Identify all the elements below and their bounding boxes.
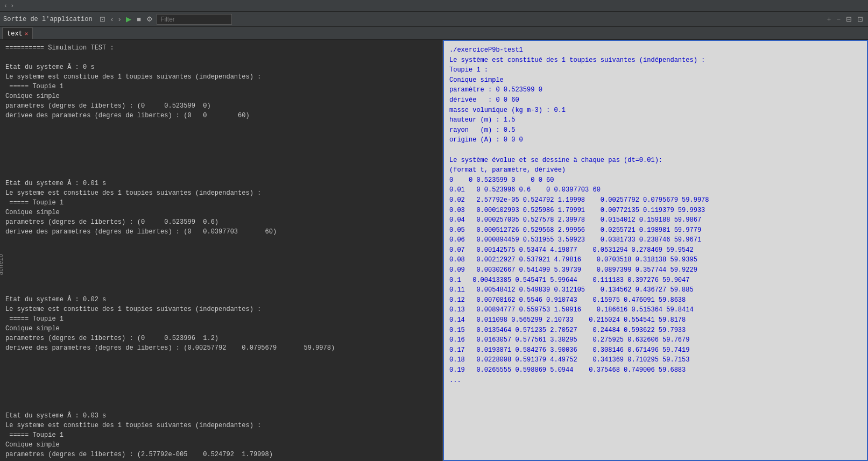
tab-bar: text ✕ [0,27,868,40]
toolbar-icon-grid[interactable]: ⊡ [98,15,107,24]
main-content: achelo ========== Simulation TEST : Etat… [0,40,868,461]
top-nav-bar: ‹ › [0,0,868,12]
toolbar-remove-btn[interactable]: − [835,15,842,24]
toolbar-play-btn[interactable]: ▶ [124,15,133,24]
tab-text-label: text [7,30,23,38]
left-panel-text: ========== Simulation TEST : Etat du sys… [5,43,437,461]
side-label: achelo [0,254,4,275]
toolbar-add-btn[interactable]: + [825,15,833,24]
toolbar-settings-btn[interactable]: ⚙ [145,15,154,24]
toolbar-minimize-btn[interactable]: ⊟ [844,15,853,24]
nav-arrow-left[interactable]: ‹ [2,3,9,9]
toolbar-back-btn[interactable]: ‹ [109,15,115,24]
left-panel: achelo ========== Simulation TEST : Etat… [0,40,443,461]
filter-input[interactable] [157,14,232,25]
toolbar: Sortie de l'application ⊡ ‹ › ▶ ■ ⚙ + − … [0,12,868,27]
toolbar-forward-btn[interactable]: › [117,15,122,24]
left-panel-output[interactable]: ========== Simulation TEST : Etat du sys… [0,40,442,461]
tab-close-icon[interactable]: ✕ [25,30,29,37]
toolbar-right: + − ⊟ ⊡ [825,15,865,24]
toolbar-label: Sortie de l'application [3,16,93,23]
toolbar-maximize-btn[interactable]: ⊡ [856,15,865,24]
right-panel-output[interactable]: ./exerciceP9b-test1 Le système est const… [443,40,868,461]
toolbar-stop-btn[interactable]: ■ [135,15,143,24]
tab-text[interactable]: text ✕ [2,27,33,39]
right-panel-text: ./exerciceP9b-test1 Le système est const… [449,45,862,385]
nav-arrow-right[interactable]: › [9,3,16,9]
